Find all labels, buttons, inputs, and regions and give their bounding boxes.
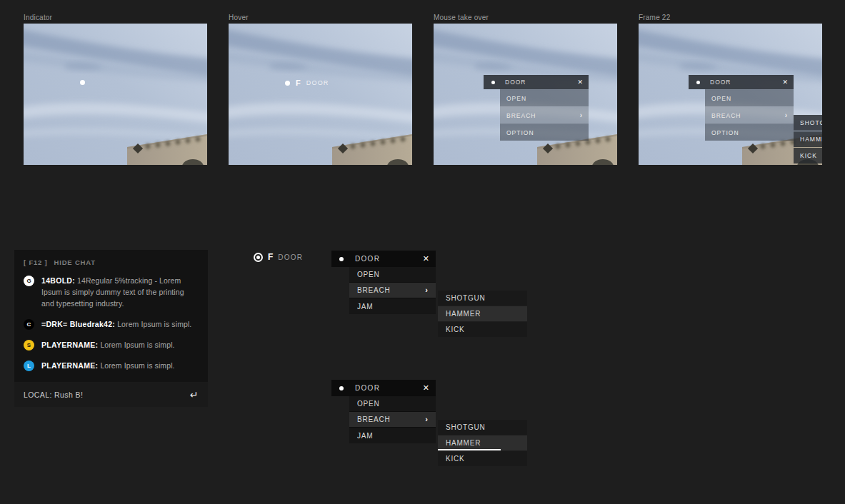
- menu-item-breach[interactable]: BREACH ›: [500, 106, 589, 124]
- submenu-arrow-icon: ›: [785, 112, 787, 119]
- menu-item-label: OPEN: [711, 95, 731, 102]
- player-name: PLAYERNAME:: [41, 361, 98, 370]
- menu-item-open[interactable]: OPEN: [500, 89, 589, 106]
- message-body: Lorem Ipsum is simpl.: [100, 341, 174, 349]
- message-body: Lorem Ipsum is simpl.: [100, 361, 174, 370]
- chat-message: C =DRK= Bluedrak42: Lorem Ipsum is simpl…: [24, 318, 199, 330]
- menu-header: DOOR ✕: [484, 75, 589, 89]
- target-label: DOOR: [306, 79, 329, 86]
- menu-header: DOOR ✕: [331, 380, 436, 396]
- menu-item-jam[interactable]: JAM: [349, 428, 436, 443]
- door-context-menu: DOOR ✕ OPEN BREACH › OPTION: [484, 75, 589, 141]
- chat-message: S PLAYERNAME: Lorem Ipsum is simpl.: [24, 339, 199, 351]
- submenu-item-hammer[interactable]: HAMMER: [794, 131, 822, 147]
- submenu-item-shotgun[interactable]: SHOTGUN: [438, 291, 527, 306]
- breach-submenu: SHOTGUN HAMMER KICK: [438, 420, 527, 467]
- chat-message-text: PLAYERNAME: Lorem Ipsum is simpl.: [41, 360, 197, 371]
- player-badge: C: [24, 319, 34, 330]
- hover-key-hint: F DOOR: [285, 78, 329, 88]
- chat-hotkey: [ F12 ]: [24, 258, 48, 266]
- player-badge: G: [24, 276, 34, 286]
- menu-header: DOOR ✕: [689, 75, 794, 89]
- interaction-dot: [696, 81, 700, 84]
- keybind-label: F: [296, 79, 301, 87]
- menu-item-label: OPEN: [357, 400, 380, 408]
- chat-message-list: G 14BOLD: 14Regular 5%tracking - Lorem I…: [14, 266, 208, 371]
- submenu-arrow-icon: ›: [425, 286, 428, 294]
- menu-item-open[interactable]: OPEN: [349, 396, 436, 412]
- submenu-item-kick[interactable]: KICK: [438, 322, 527, 337]
- menu-item-open[interactable]: OPEN: [705, 89, 794, 106]
- sky-image: [24, 24, 207, 165]
- menu-item-label: OPTION: [711, 129, 739, 136]
- submenu-arrow-icon: ›: [580, 112, 582, 119]
- menu-item-breach[interactable]: BREACH ›: [349, 283, 436, 298]
- frame-mouse-take-over: DOOR ✕ OPEN BREACH › OPTION: [434, 24, 617, 165]
- interaction-dot: [80, 80, 85, 85]
- menu-item-label: BREACH: [357, 286, 390, 294]
- menu-item-jam[interactable]: JAM: [349, 298, 436, 314]
- menu-items: OPEN BREACH › OPTION: [500, 89, 589, 141]
- menu-items: OPEN BREACH › JAM: [349, 267, 436, 314]
- menu-item-label: BREACH: [506, 112, 536, 119]
- chat-input-value: LOCAL: Rush B!: [24, 390, 83, 399]
- submenu-item-label: HAMMER: [446, 439, 481, 447]
- submenu-item-hammer[interactable]: HAMMER: [438, 306, 527, 321]
- interaction-dot: [491, 81, 495, 84]
- close-icon[interactable]: ✕: [782, 79, 788, 86]
- menu-item-label: BREACH: [711, 112, 741, 119]
- chat-input[interactable]: LOCAL: Rush B! ↵: [14, 382, 208, 407]
- menu-item-label: OPTION: [506, 129, 534, 136]
- interaction-dot: [339, 386, 344, 390]
- player-badge: L: [24, 361, 34, 371]
- frame-22: DOOR ✕ OPEN BREACH › OPTION SHOTGUN HAMM…: [639, 24, 822, 165]
- chat-message-text: 14BOLD: 14Regular 5%tracking - Lorem Ips…: [41, 275, 197, 309]
- target-label: DOOR: [278, 253, 303, 261]
- menu-header: DOOR ✕: [331, 251, 436, 267]
- submenu-item-hammer[interactable]: HAMMER: [438, 435, 527, 450]
- submenu-item-label: SHOTGUN: [446, 423, 486, 431]
- submenu-item-label: SHOTGUN: [800, 119, 822, 126]
- frame-label-frame-22: Frame 22: [639, 14, 670, 21]
- menu-items: OPEN BREACH › OPTION: [705, 89, 794, 141]
- submenu-item-label: KICK: [800, 152, 817, 159]
- action-progress-bar: [438, 449, 501, 450]
- submenu-item-label: HAMMER: [446, 310, 481, 318]
- menu-item-label: OPEN: [506, 95, 526, 102]
- submenu-item-shotgun[interactable]: SHOTGUN: [438, 420, 527, 435]
- keybind-label: F: [268, 252, 273, 262]
- player-name: PLAYERNAME:: [41, 341, 98, 349]
- chat-message-text: PLAYERNAME: Lorem Ipsum is simpl.: [41, 339, 197, 351]
- menu-items: OPEN BREACH › JAM: [349, 396, 436, 443]
- door-context-menu-spec: DOOR ✕ OPEN BREACH › JAM SHOTGUN HAMMER …: [331, 251, 436, 314]
- frame-indicator: [24, 24, 207, 165]
- menu-item-option[interactable]: OPTION: [705, 124, 794, 141]
- frame-hover: F DOOR: [229, 24, 412, 165]
- menu-item-breach[interactable]: BREACH ›: [705, 106, 794, 124]
- submenu-item-label: SHOTGUN: [446, 294, 486, 302]
- player-name: 14BOLD:: [41, 276, 75, 285]
- menu-item-label: JAM: [357, 432, 373, 440]
- menu-item-option[interactable]: OPTION: [500, 124, 589, 141]
- menu-item-label: BREACH: [357, 415, 390, 423]
- door-context-menu: DOOR ✕ OPEN BREACH › OPTION SHOTGUN HAMM…: [689, 75, 794, 141]
- submenu-item-shotgun[interactable]: SHOTGUN: [794, 115, 822, 131]
- close-icon[interactable]: ✕: [577, 79, 583, 86]
- design-canvas: Indicator Hover Mouse take over Frame 22…: [0, 0, 845, 504]
- message-body: Lorem Ipsum is simpl.: [117, 320, 191, 328]
- chat-message-text: =DRK= Bluedrak42: Lorem Ipsum is simpl.: [41, 318, 197, 330]
- menu-item-open[interactable]: OPEN: [349, 267, 436, 283]
- frame-label-hover: Hover: [229, 14, 249, 21]
- menu-item-breach[interactable]: BREACH ›: [349, 412, 436, 428]
- close-icon[interactable]: ✕: [423, 254, 429, 263]
- interaction-dot: [339, 257, 344, 261]
- submenu-item-kick[interactable]: KICK: [438, 451, 527, 466]
- close-icon[interactable]: ✕: [423, 383, 429, 393]
- menu-title: DOOR: [505, 79, 526, 86]
- chat-panel: [ F12 ] HIDE CHAT G 14BOLD: 14Regular 5%…: [14, 250, 208, 407]
- frame-label-indicator: Indicator: [24, 14, 52, 21]
- menu-item-label: JAM: [357, 303, 373, 311]
- player-badge: S: [24, 340, 34, 351]
- submenu-item-kick[interactable]: KICK: [794, 148, 822, 163]
- submenu-arrow-icon: ›: [425, 415, 428, 423]
